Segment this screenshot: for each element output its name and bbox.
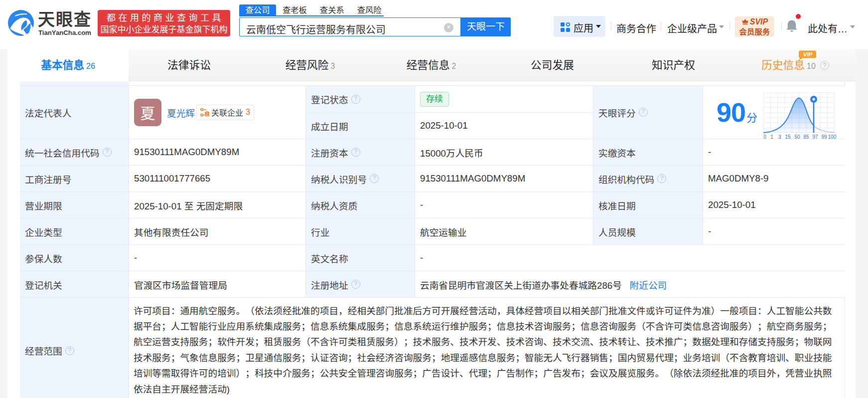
- svg-text:100: 100: [828, 134, 837, 140]
- svg-text:0: 0: [763, 134, 766, 140]
- svg-text:企: 企: [205, 111, 209, 116]
- svg-text:VIP: VIP: [803, 51, 813, 57]
- svg-text:97: 97: [813, 134, 819, 140]
- svg-text:85: 85: [804, 134, 810, 140]
- svg-text:15: 15: [785, 134, 791, 140]
- svg-text:1: 1: [770, 134, 773, 140]
- svg-text:50: 50: [795, 134, 801, 140]
- svg-text:3: 3: [778, 134, 781, 140]
- svg-text:99: 99: [822, 134, 828, 140]
